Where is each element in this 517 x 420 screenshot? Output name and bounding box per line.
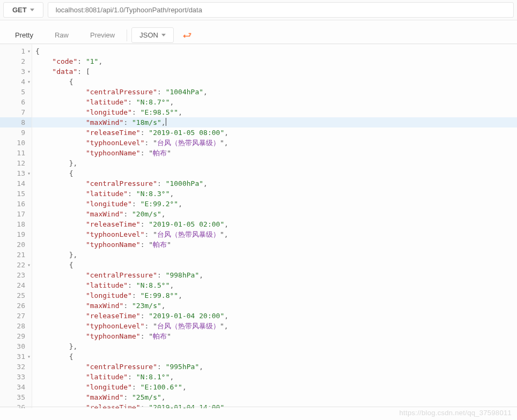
gutter-line[interactable]: 31 xyxy=(0,351,32,362)
gutter-line: 21 xyxy=(0,250,32,260)
tab-raw[interactable]: Raw xyxy=(45,27,78,43)
gutter-line: 2 xyxy=(0,56,32,66)
code-line: "releaseTime": "2019-01-04 20:00", xyxy=(35,311,517,321)
gutter-line: 30 xyxy=(0,341,32,351)
code-line: }, xyxy=(35,250,517,260)
gutter-line: 27 xyxy=(0,311,32,321)
code-line: "typhoonLevel": "台风（热带风暴级）", xyxy=(35,321,517,331)
tab-preview[interactable]: Preview xyxy=(80,27,124,43)
tab-pretty[interactable]: Pretty xyxy=(5,27,43,43)
tab-divider xyxy=(127,29,127,41)
code-line: "longitude": "E:98.5°", xyxy=(35,107,517,117)
gutter-line: 14 xyxy=(0,178,32,189)
code-line: "latitude": "N:8.3°", xyxy=(35,189,517,199)
gutter-line: 6 xyxy=(0,97,32,107)
code-line: "code": "1", xyxy=(35,56,517,66)
code-line: "centralPressure": "1004hPa", xyxy=(35,87,517,97)
gutter-line: 20 xyxy=(0,239,32,250)
code-line: { xyxy=(35,260,517,270)
code-line: "centralPressure": "998hPa", xyxy=(35,270,517,280)
url-input[interactable]: localhost:8081/api/1.0/TyphoonPath/repor… xyxy=(48,2,514,18)
http-method-selector[interactable]: GET xyxy=(3,2,43,18)
code-line: }, xyxy=(35,341,517,351)
code-line: "latitude": "N:8.1°", xyxy=(35,372,517,382)
code-line: "releaseTime": "2019-01-05 08:00", xyxy=(35,128,517,138)
code-line: }, xyxy=(35,158,517,168)
code-line: "releaseTime": "2019-01-04 14:00", xyxy=(35,402,517,408)
code-line: { xyxy=(35,77,517,87)
watermark: https://blog.csdn.net/qq_37598011 xyxy=(400,409,512,417)
code-line: "longitude": "E:99.8°", xyxy=(35,290,517,301)
gutter-line: 24 xyxy=(0,280,32,290)
code-line: "centralPressure": "1000hPa", xyxy=(35,178,517,189)
gutter-line: 9 xyxy=(0,128,32,138)
gutter-line: 15 xyxy=(0,189,32,199)
chevron-down-icon xyxy=(30,9,34,11)
gutter-line: 8 xyxy=(0,117,32,128)
http-method-label: GET xyxy=(12,6,27,14)
code-line: { xyxy=(35,46,517,56)
gutter-line: 26 xyxy=(0,301,32,311)
code-line: "centralPressure": "995hPa", xyxy=(35,362,517,372)
code-line: "typhoonName": "帕布" xyxy=(35,239,517,250)
code-line: "typhoonName": "帕布" xyxy=(35,148,517,158)
code-line: "latitude": "N:8.7°", xyxy=(35,97,517,107)
wrap-lines-icon[interactable]: ⮐ xyxy=(179,29,195,42)
gutter-line[interactable]: 22 xyxy=(0,260,32,270)
code-line: "longitude": "E:99.2°", xyxy=(35,199,517,209)
code-line: "longitude": "E:100.6°", xyxy=(35,382,517,392)
gutter-line: 36 xyxy=(0,402,32,408)
gutter-line[interactable]: 1 xyxy=(0,46,32,56)
format-label: JSON xyxy=(139,31,158,39)
gutter-line: 16 xyxy=(0,199,32,209)
gutter-line: 17 xyxy=(0,209,32,219)
code-line: "maxWind": "20m/s", xyxy=(35,209,517,219)
bottom-border xyxy=(0,407,517,407)
url-text: localhost:8081/api/1.0/TyphoonPath/repor… xyxy=(56,6,202,14)
gutter-line: 11 xyxy=(0,148,32,158)
code-line: { xyxy=(35,351,517,362)
gutter-line: 28 xyxy=(0,321,32,331)
gutter-line: 32 xyxy=(0,362,32,372)
request-bar: GET localhost:8081/api/1.0/TyphoonPath/r… xyxy=(0,0,517,20)
gutter-line: 35 xyxy=(0,392,32,402)
gutter-line: 5 xyxy=(0,87,32,97)
gutter-line: 12 xyxy=(0,158,32,168)
code-line: { xyxy=(35,168,517,178)
code-line: "maxWind": "23m/s", xyxy=(35,301,517,311)
gutter-line: 29 xyxy=(0,331,32,341)
code-area[interactable]: { "code": "1", "data": [ { "centralPress… xyxy=(32,44,517,408)
gutter-line[interactable]: 3 xyxy=(0,66,32,77)
gutter-line[interactable]: 4 xyxy=(0,77,32,87)
gutter-line: 25 xyxy=(0,290,32,301)
code-line: "typhoonLevel": "台风（热带风暴级）", xyxy=(35,229,517,239)
code-line: "typhoonLevel": "台风（热带风暴级）", xyxy=(35,138,517,148)
code-line: "typhoonName": "帕布" xyxy=(35,331,517,341)
gutter-line: 33 xyxy=(0,372,32,382)
format-selector[interactable]: JSON xyxy=(131,27,174,43)
spacer xyxy=(0,20,517,27)
code-line: "maxWind": "25m/s", xyxy=(35,392,517,402)
gutter-line: 10 xyxy=(0,138,32,148)
gutter-line: 7 xyxy=(0,107,32,117)
gutter-line[interactable]: 13 xyxy=(0,168,32,178)
code-line: "releaseTime": "2019-01-05 02:00", xyxy=(35,219,517,229)
code-line: "latitude": "N:8.5°", xyxy=(35,280,517,290)
code-line: "data": [ xyxy=(35,66,517,77)
gutter-line: 34 xyxy=(0,382,32,392)
json-viewer: 1234567891011121314151617181920212223242… xyxy=(0,44,517,408)
response-tabs: Pretty Raw Preview JSON ⮐ xyxy=(0,27,517,44)
chevron-down-icon xyxy=(161,34,166,36)
code-line: "maxWind": "18m/s", xyxy=(32,117,517,128)
gutter-line: 19 xyxy=(0,229,32,239)
line-gutter: 1234567891011121314151617181920212223242… xyxy=(0,44,32,408)
gutter-line: 23 xyxy=(0,270,32,280)
gutter-line: 18 xyxy=(0,219,32,229)
